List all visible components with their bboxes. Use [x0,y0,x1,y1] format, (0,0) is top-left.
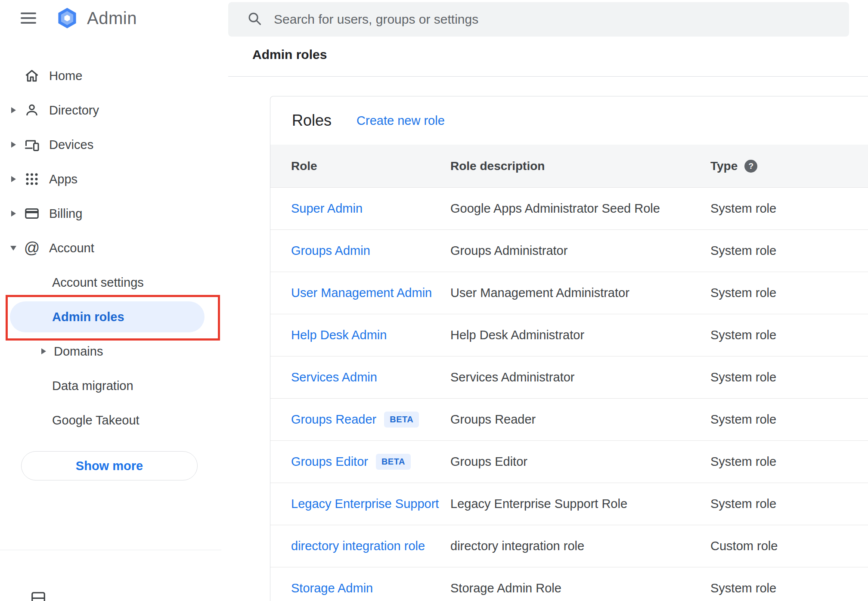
search-icon [246,10,263,28]
table-header-row: Role Role description Type ? [270,145,868,187]
table-row: Groups Editor BETA Groups Editor System … [270,440,868,483]
sidebar-item-home[interactable]: Home [0,59,221,93]
sidebar-item-label: Admin roles [52,310,124,324]
role-type: System role [710,201,868,216]
role-description: Help Desk Administrator [450,328,710,342]
sidebar-item-label: Account settings [52,276,144,290]
roles-heading: Roles [292,112,332,130]
role-link[interactable]: Storage Admin [291,581,373,595]
admin-logo-icon [56,7,78,29]
search-input[interactable] [274,12,849,27]
role-type: System role [710,455,868,469]
chevron-right-icon[interactable] [41,348,46,354]
sidebar-item-devices[interactable]: Devices [0,127,221,162]
role-type: System role [710,328,868,342]
role-link[interactable]: Help Desk Admin [291,328,387,342]
role-type: System role [710,244,868,258]
sidebar-item-google-takeout[interactable]: Google Takeout [0,403,221,437]
main-content: Admin roles Roles Create new role Role R… [221,0,868,601]
chevron-right-icon[interactable] [11,142,16,148]
role-description: Legacy Enterprise Support Role [450,497,710,511]
chevron-right-icon[interactable] [11,107,16,113]
sidebar-item-label: Google Takeout [52,413,140,428]
role-link[interactable]: Groups Reader [291,412,376,427]
role-description: Groups Editor [450,455,710,469]
column-header-type: Type [710,159,738,173]
table-row: Groups Reader BETA Groups Reader System … [270,398,868,440]
sidebar-header: Admin [0,0,221,36]
role-description: User Management Administrator [450,286,710,300]
sidebar-divider [0,550,221,550]
person-icon [22,102,41,118]
sidebar-bottom-icon[interactable] [30,591,46,601]
table-row: User Management Admin User Management Ad… [270,272,868,314]
help-icon[interactable]: ? [744,160,757,173]
product-name: Admin [87,9,137,28]
role-link[interactable]: Groups Editor [291,455,368,469]
sidebar-item-label: Home [49,69,82,83]
sidebar: Admin Home Directory [0,0,221,601]
home-icon [22,68,41,84]
at-sign-icon: @ [22,240,41,256]
sidebar-item-admin-roles[interactable]: Admin roles [10,301,205,332]
role-link[interactable]: Legacy Enterprise Support [291,497,439,511]
header-divider [228,76,868,77]
role-type: System role [710,286,868,300]
table-row: Groups Admin Groups Administrator System… [270,229,868,272]
sidebar-item-label: Apps [49,172,78,186]
role-link[interactable]: directory integration role [291,539,425,553]
beta-badge: BETA [384,412,419,428]
roles-table-body: Super Admin Google Apps Administrator Se… [270,187,868,601]
chevron-down-icon[interactable] [10,246,16,251]
column-header-description: Role description [450,159,710,173]
apps-grid-icon [22,171,41,187]
table-row: Storage Admin Storage Admin Role System … [270,567,868,601]
table-row: Services Admin Services Administrator Sy… [270,356,868,398]
sidebar-item-label: Billing [49,207,82,221]
sidebar-nav: Home Directory Devices [0,59,221,480]
sidebar-item-domains[interactable]: Domains [0,334,221,369]
sidebar-item-account[interactable]: @ Account [0,231,221,265]
table-row: Help Desk Admin Help Desk Administrator … [270,314,868,356]
billing-card-icon [22,206,41,221]
role-type: Custom role [710,539,868,553]
roles-card-header: Roles Create new role [270,96,868,145]
sidebar-item-apps[interactable]: Apps [0,162,221,196]
beta-badge: BETA [376,454,411,470]
role-type: System role [710,497,868,511]
role-link[interactable]: Super Admin [291,201,363,216]
sidebar-item-billing[interactable]: Billing [0,196,221,231]
create-new-role-link[interactable]: Create new role [356,114,445,128]
sidebar-item-data-migration[interactable]: Data migration [0,369,221,403]
role-description: Storage Admin Role [450,581,710,595]
show-more-button[interactable]: Show more [21,451,198,480]
role-link[interactable]: Services Admin [291,370,377,384]
roles-card: Roles Create new role Role Role descript… [270,96,868,601]
table-row: Super Admin Google Apps Administrator Se… [270,187,868,229]
role-description: Services Administrator [450,370,710,384]
sidebar-item-label: Domains [54,344,103,359]
breadcrumb: Admin roles [252,46,868,63]
sidebar-item-label: Data migration [52,379,133,393]
menu-icon[interactable] [20,11,37,25]
chevron-right-icon[interactable] [11,176,16,182]
sidebar-item-account-settings[interactable]: Account settings [0,265,221,300]
role-description: directory integration role [450,539,710,553]
role-description: Groups Reader [450,412,710,427]
devices-icon [22,137,41,152]
column-header-role: Role [291,159,450,173]
sidebar-item-label: Directory [49,103,99,118]
role-type: System role [710,412,868,427]
table-row: directory integration role directory int… [270,525,868,567]
search-bar[interactable] [228,2,849,37]
role-link[interactable]: User Management Admin [291,286,432,300]
role-type: System role [710,581,868,595]
role-type: System role [710,370,868,384]
sidebar-item-label: Devices [49,138,93,152]
chevron-right-icon[interactable] [11,211,16,217]
role-link[interactable]: Groups Admin [291,244,370,258]
sidebar-item-label: Account [49,241,94,255]
role-description: Groups Administrator [450,244,710,258]
table-row: Legacy Enterprise Support Legacy Enterpr… [270,483,868,525]
sidebar-item-directory[interactable]: Directory [0,93,221,127]
